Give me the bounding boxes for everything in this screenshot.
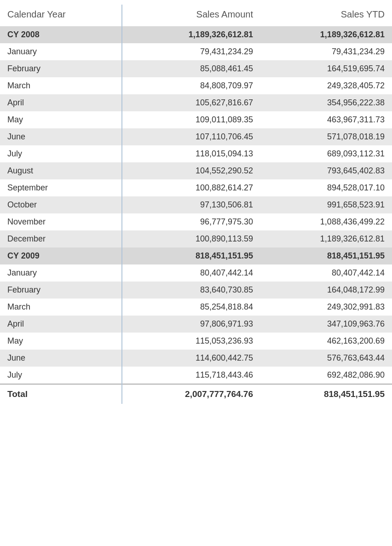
cell-label: August — [0, 162, 122, 179]
cell-ytd: 818,451,151.95 — [260, 247, 392, 264]
cell-label: May — [0, 333, 122, 350]
cell-ytd: 894,528,017.10 — [260, 179, 392, 196]
cell-ytd: 793,645,402.83 — [260, 162, 392, 179]
table-row: CY 2009818,451,151.95818,451,151.95 — [0, 247, 392, 264]
table-row: April97,806,971.93347,109,963.76 — [0, 316, 392, 333]
sales-table: Calendar Year Sales Amount Sales YTD CY … — [0, 5, 392, 404]
cell-label: June — [0, 350, 122, 367]
total-label: Total — [0, 384, 122, 404]
cell-sales: 97,806,971.93 — [122, 316, 260, 333]
table-row: July118,015,094.13689,093,112.31 — [0, 145, 392, 162]
cell-label: September — [0, 179, 122, 196]
cell-ytd: 576,763,643.44 — [260, 350, 392, 367]
cell-sales: 115,718,443.46 — [122, 367, 260, 384]
cell-label: January — [0, 264, 122, 282]
cell-label: February — [0, 60, 122, 77]
cell-label: CY 2009 — [0, 247, 122, 264]
cell-sales: 105,627,816.67 — [122, 94, 260, 111]
table-row: October97,130,506.81991,658,523.91 — [0, 196, 392, 213]
cell-ytd: 79,431,234.29 — [260, 43, 392, 60]
sales-table-container: Calendar Year Sales Amount Sales YTD CY … — [0, 0, 392, 408]
table-row: February83,640,730.85164,048,172.99 — [0, 282, 392, 299]
total-ytd: 818,451,151.95 — [260, 384, 392, 404]
cell-label: October — [0, 196, 122, 213]
col-header-ytd: Sales YTD — [260, 5, 392, 26]
table-row: February85,088,461.45164,519,695.74 — [0, 60, 392, 77]
total-sales: 2,007,777,764.76 — [122, 384, 260, 404]
cell-sales: 104,552,290.52 — [122, 162, 260, 179]
table-row: November96,777,975.301,088,436,499.22 — [0, 213, 392, 230]
table-row: March85,254,818.84249,302,991.83 — [0, 299, 392, 316]
cell-ytd: 249,328,405.72 — [260, 77, 392, 94]
cell-sales: 80,407,442.14 — [122, 264, 260, 282]
table-row: December100,890,113.591,189,326,612.81 — [0, 230, 392, 247]
table-row: May109,011,089.35463,967,311.73 — [0, 111, 392, 128]
cell-sales: 100,882,614.27 — [122, 179, 260, 196]
cell-label: December — [0, 230, 122, 247]
cell-ytd: 692,482,086.90 — [260, 367, 392, 384]
cell-sales: 96,777,975.30 — [122, 213, 260, 230]
cell-label: February — [0, 282, 122, 299]
cell-ytd: 347,109,963.76 — [260, 316, 392, 333]
cell-ytd: 1,189,326,612.81 — [260, 230, 392, 247]
table-row: September100,882,614.27894,528,017.10 — [0, 179, 392, 196]
cell-label: March — [0, 299, 122, 316]
cell-label: April — [0, 316, 122, 333]
table-row: June107,110,706.45571,078,018.19 — [0, 128, 392, 145]
cell-label: March — [0, 77, 122, 94]
cell-label: May — [0, 111, 122, 128]
table-row: June114,600,442.75576,763,643.44 — [0, 350, 392, 367]
cell-ytd: 463,967,311.73 — [260, 111, 392, 128]
cell-sales: 109,011,089.35 — [122, 111, 260, 128]
col-header-year: Calendar Year — [0, 5, 122, 26]
table-row: July115,718,443.46692,482,086.90 — [0, 367, 392, 384]
cell-ytd: 571,078,018.19 — [260, 128, 392, 145]
cell-label: CY 2008 — [0, 26, 122, 43]
cell-ytd: 80,407,442.14 — [260, 264, 392, 282]
cell-label: July — [0, 367, 122, 384]
cell-ytd: 354,956,222.38 — [260, 94, 392, 111]
cell-ytd: 689,093,112.31 — [260, 145, 392, 162]
table-row: January80,407,442.1480,407,442.14 — [0, 264, 392, 282]
table-row: January79,431,234.2979,431,234.29 — [0, 43, 392, 60]
cell-sales: 85,254,818.84 — [122, 299, 260, 316]
cell-sales: 107,110,706.45 — [122, 128, 260, 145]
cell-sales: 85,088,461.45 — [122, 60, 260, 77]
cell-sales: 100,890,113.59 — [122, 230, 260, 247]
cell-sales: 79,431,234.29 — [122, 43, 260, 60]
cell-ytd: 164,519,695.74 — [260, 60, 392, 77]
cell-sales: 118,015,094.13 — [122, 145, 260, 162]
table-row: April105,627,816.67354,956,222.38 — [0, 94, 392, 111]
table-row: May115,053,236.93462,163,200.69 — [0, 333, 392, 350]
cell-sales: 115,053,236.93 — [122, 333, 260, 350]
col-header-sales: Sales Amount — [122, 5, 260, 26]
cell-sales: 97,130,506.81 — [122, 196, 260, 213]
cell-ytd: 249,302,991.83 — [260, 299, 392, 316]
cell-sales: 1,189,326,612.81 — [122, 26, 260, 43]
cell-ytd: 164,048,172.99 — [260, 282, 392, 299]
cell-sales: 114,600,442.75 — [122, 350, 260, 367]
cell-label: January — [0, 43, 122, 60]
table-row: CY 20081,189,326,612.811,189,326,612.81 — [0, 26, 392, 43]
cell-ytd: 462,163,200.69 — [260, 333, 392, 350]
cell-ytd: 991,658,523.91 — [260, 196, 392, 213]
cell-sales: 83,640,730.85 — [122, 282, 260, 299]
table-header-row: Calendar Year Sales Amount Sales YTD — [0, 5, 392, 26]
table-row: March84,808,709.97249,328,405.72 — [0, 77, 392, 94]
cell-label: June — [0, 128, 122, 145]
cell-ytd: 1,088,436,499.22 — [260, 213, 392, 230]
cell-sales: 818,451,151.95 — [122, 247, 260, 264]
cell-label: November — [0, 213, 122, 230]
cell-ytd: 1,189,326,612.81 — [260, 26, 392, 43]
cell-label: April — [0, 94, 122, 111]
cell-sales: 84,808,709.97 — [122, 77, 260, 94]
total-row: Total2,007,777,764.76818,451,151.95 — [0, 384, 392, 404]
cell-label: July — [0, 145, 122, 162]
table-row: August104,552,290.52793,645,402.83 — [0, 162, 392, 179]
